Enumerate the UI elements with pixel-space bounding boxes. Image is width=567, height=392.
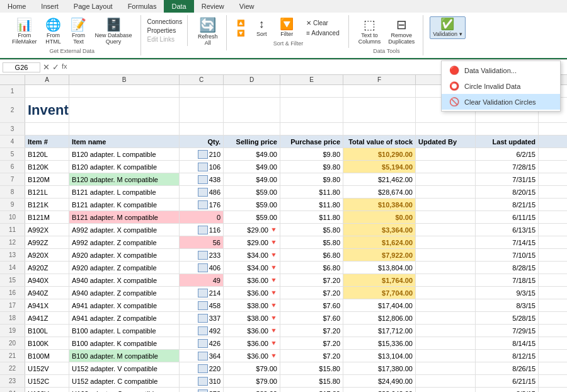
cell-updated-by[interactable] — [416, 388, 476, 392]
cell-sell[interactable]: $36.00🔻 — [224, 274, 280, 286]
cell-total[interactable]: $1,624.00 — [343, 236, 416, 248]
data-validation-dropdown-button[interactable]: ✅ Validation ▾ — [430, 16, 465, 39]
cell-id[interactable]: U152V — [25, 362, 69, 374]
cell-f1[interactable] — [343, 85, 416, 97]
cell-sell[interactable]: $79.00 — [224, 362, 280, 374]
cell-total[interactable]: $3,364.00 — [343, 224, 416, 236]
cell-updated-by[interactable] — [416, 211, 476, 223]
cell-name[interactable]: B120 adapter. K compatible — [69, 161, 180, 173]
cell-total[interactable]: $1,764.00 — [343, 274, 416, 286]
cell-updated-by[interactable] — [416, 287, 476, 299]
cell-sell[interactable]: $36.00🔻 — [224, 350, 280, 362]
cell-sell[interactable]: $49.00 — [224, 148, 280, 160]
cell-purchase[interactable]: $17.80 — [280, 388, 343, 392]
cell-name[interactable]: A940 adapter. X compatible — [69, 274, 180, 286]
edit-links-link[interactable]: Edit Links — [147, 35, 183, 43]
cell-sell[interactable]: $36.00🔻 — [224, 325, 280, 337]
cell-f3[interactable] — [343, 123, 416, 135]
cell-qty[interactable]: 492 — [180, 325, 224, 337]
from-filemaker-button[interactable]: 📊 FromFileMaker — [9, 16, 40, 47]
cell-qty[interactable]: 310 — [180, 375, 224, 387]
cell-id[interactable]: U162V — [25, 388, 69, 392]
cell-updated-by[interactable] — [416, 362, 476, 374]
cell-qty[interactable]: 458 — [180, 299, 224, 311]
cell-total[interactable]: $10,290.00 — [343, 148, 416, 160]
cell-purchase[interactable]: $7.20 — [280, 274, 343, 286]
cell-updated-by[interactable] — [416, 337, 476, 349]
cell-qty[interactable]: 364 — [180, 350, 224, 362]
cell-last-updated[interactable]: 7/28/15 — [476, 161, 539, 173]
cell-b3[interactable] — [69, 123, 180, 135]
new-database-query-button[interactable]: 🗄️ New DatabaseQuery — [92, 16, 135, 47]
cell-qty[interactable]: 56 — [180, 236, 224, 248]
cell-name[interactable]: A920 adapter. X compatible — [69, 249, 180, 261]
cell-id[interactable]: A992X — [25, 224, 69, 236]
cell-total[interactable]: $17,712.00 — [343, 325, 416, 337]
cell-purchase[interactable]: $7.20 — [280, 350, 343, 362]
cell-name[interactable]: A941 adapter. X compatible — [69, 299, 180, 311]
clear-button[interactable]: ✕ Clear — [302, 18, 343, 28]
cell-qty[interactable]: 337 — [180, 312, 224, 324]
text-to-columns-button[interactable]: ⬚ Text toColumns — [355, 16, 384, 47]
cell-name[interactable]: B121 adapter. K compatible — [69, 199, 180, 210]
tab-view[interactable]: View — [232, 0, 262, 13]
cell-qty[interactable]: 116 — [180, 224, 224, 236]
cell-qty[interactable]: 176 — [180, 199, 224, 210]
cell-e2[interactable] — [280, 98, 343, 122]
sort-asc-button[interactable]: 🔼 — [233, 18, 248, 28]
cell-c2[interactable] — [180, 98, 224, 122]
cell-id[interactable]: A920X — [25, 249, 69, 261]
cell-id[interactable]: A992Z — [25, 236, 69, 248]
cell-qty[interactable]: 438 — [180, 173, 224, 185]
cell-name[interactable]: B121 adapter. L compatible — [69, 186, 180, 198]
cell-last-updated[interactable]: 7/10/15 — [476, 249, 539, 261]
cell-total[interactable]: $28,674.00 — [343, 186, 416, 198]
cell-purchase[interactable]: $11.80 — [280, 186, 343, 198]
cell-name[interactable]: B100 adapter. M compatible — [69, 350, 180, 362]
filter-button[interactable]: 🔽 Filter — [275, 16, 299, 39]
cell-updated-by[interactable] — [416, 299, 476, 311]
cell-name[interactable]: B100 adapter. K compatible — [69, 337, 180, 349]
cell-sell[interactable]: $59.00 — [224, 186, 280, 198]
cell-d3[interactable] — [224, 123, 280, 135]
cell-total[interactable]: $7,922.00 — [343, 249, 416, 261]
cell-last-updated[interactable]: 8/12/15 — [476, 350, 539, 362]
cell-purchase[interactable]: $7.60 — [280, 299, 343, 311]
cell-last-updated[interactable]: 6/21/15 — [476, 375, 539, 387]
cell-sell[interactable]: $38.00🔻 — [224, 312, 280, 324]
cell-updated-by[interactable] — [416, 161, 476, 173]
cell-sell[interactable]: $36.00🔻 — [224, 337, 280, 349]
cell-name[interactable]: B100 adapter. L compatible — [69, 325, 180, 337]
cell-updated-by[interactable] — [416, 173, 476, 185]
cell-total[interactable]: $0.00 — [343, 211, 416, 223]
cell-updated-by[interactable] — [416, 249, 476, 261]
cell-total[interactable]: $7,704.00 — [343, 287, 416, 299]
cell-last-updated[interactable]: 9/3/15 — [476, 287, 539, 299]
properties-link[interactable]: Properties — [147, 26, 183, 35]
refresh-all-button[interactable]: 🔄 RefreshAll — [195, 16, 221, 48]
col-header-b[interactable]: B — [69, 75, 180, 84]
cell-id[interactable]: B120M — [25, 173, 69, 185]
cell-qty[interactable]: 426 — [180, 337, 224, 349]
cell-purchase[interactable]: $9.80 — [280, 161, 343, 173]
cell-qty[interactable]: 210 — [180, 148, 224, 160]
cell-purchase[interactable]: $5.80 — [280, 236, 343, 248]
cell-total[interactable]: $21,462.00 — [343, 173, 416, 185]
cell-sell[interactable]: $59.00 — [224, 199, 280, 210]
cell-name[interactable]: A940 adapter. Z compatible — [69, 287, 180, 299]
header-updated-by[interactable]: Updated By — [416, 135, 476, 147]
cell-updated-by[interactable] — [416, 148, 476, 160]
cell-sell[interactable]: $29.00🔻 — [224, 224, 280, 236]
cell-name[interactable]: U152 adapter. C compatible — [69, 375, 180, 387]
col-header-e[interactable]: E — [280, 75, 343, 84]
col-header-d[interactable]: D — [224, 75, 280, 84]
header-last-updated[interactable]: Last updated — [476, 135, 539, 147]
cell-qty[interactable]: 233 — [180, 249, 224, 261]
cell-last-updated[interactable]: 8/21/15 — [476, 199, 539, 210]
cell-name[interactable]: A941 adapter. Z compatible — [69, 312, 180, 324]
from-text-button[interactable]: 📝 FromText — [67, 16, 91, 47]
remove-duplicates-button[interactable]: ⊟ RemoveDuplicates — [385, 16, 418, 47]
cell-c1[interactable] — [180, 85, 224, 97]
cell-updated-by[interactable] — [416, 236, 476, 248]
cell-f2[interactable] — [343, 98, 416, 122]
